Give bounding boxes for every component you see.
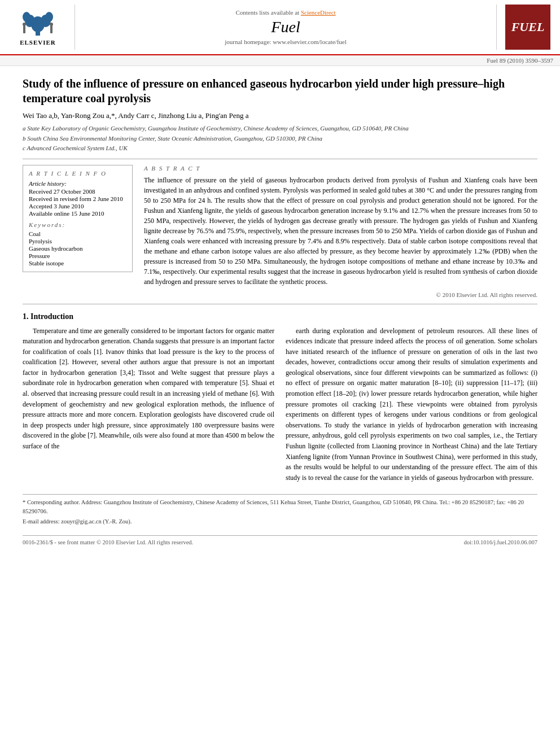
keywords-title: Keywords:	[29, 221, 126, 228]
footnote-1: * Corresponding author. Address: Guangzh…	[23, 498, 537, 516]
abstract-title: A B S T R A C T	[144, 165, 537, 172]
section-1-body: Temperature and time are generally consi…	[23, 326, 537, 487]
svg-rect-6	[23, 25, 25, 33]
abstract-column: A B S T R A C T The influence of pressur…	[144, 165, 537, 298]
svg-point-7	[23, 23, 26, 26]
section-1-heading: 1. Introduction	[23, 312, 537, 321]
keyword-4: Pressure	[29, 252, 126, 259]
divider-1	[23, 159, 537, 159]
affiliation-b: b South China Sea Environmental Monitori…	[23, 134, 537, 143]
available-date: Available online 15 June 2010	[29, 210, 126, 217]
citation-bar: Fuel 89 (2010) 3590–3597	[0, 55, 560, 66]
article-info-box: A R T I C L E I N F O Article history: R…	[23, 165, 133, 272]
accepted-date: Accepted 3 June 2010	[29, 203, 126, 209]
homepage-line: journal homepage: www.elsevier.com/locat…	[225, 38, 347, 45]
sciencedirect-line: Contents lists available at ScienceDirec…	[235, 9, 335, 16]
bottom-right: doi:10.1016/j.fuel.2010.06.007	[464, 539, 537, 545]
copyright-line: © 2010 Elsevier Ltd. All rights reserved…	[144, 291, 537, 298]
journal-name: Fuel	[271, 18, 300, 36]
svg-point-9	[50, 23, 53, 26]
article-info-column: A R T I C L E I N F O Article history: R…	[23, 165, 133, 298]
elsevier-tree-icon	[19, 8, 57, 38]
bottom-left: 0016-2361/$ - see front matter © 2010 El…	[23, 539, 193, 545]
keyword-1: Coal	[29, 230, 126, 237]
affiliation-c: c Advanced Geochemical System Ltd., UK	[23, 143, 537, 153]
content-area: Study of the influence of pressure on en…	[0, 66, 560, 556]
article-title: Study of the influence of pressure on en…	[23, 76, 537, 106]
article-info-title: A R T I C L E I N F O	[29, 170, 126, 177]
received-date: Received 27 October 2008	[29, 188, 126, 195]
section-1-right: earth during exploration and development…	[286, 326, 537, 487]
affiliation-a: a State Key Laboratory of Organic Geoche…	[23, 124, 537, 133]
svg-point-5	[45, 12, 53, 22]
abstract-text: The influence of pressure on the yield o…	[144, 175, 537, 287]
keywords-section: Keywords: Coal Pyrolysis Gaseous hydroca…	[29, 221, 126, 267]
journal-header: ELSEVIER Contents lists available at Sci…	[0, 0, 560, 55]
section-1-left-para-1: Temperature and time are generally consi…	[23, 326, 274, 452]
elsevier-wordmark: ELSEVIER	[20, 39, 56, 46]
history-label: Article history:	[29, 180, 126, 187]
authors-line: Wei Tao a,b, Yan-Rong Zou a,*, Andy Carr…	[23, 111, 537, 120]
fuel-logo-box: FUEL	[502, 5, 553, 50]
divider-2	[23, 304, 537, 304]
sciencedirect-link[interactable]: ScienceDirect	[301, 9, 336, 16]
bottom-bar: 0016-2361/$ - see front matter © 2010 El…	[23, 535, 537, 545]
keyword-3: Gaseous hydrocarbon	[29, 245, 126, 252]
fuel-logo-image: FUEL	[505, 5, 550, 50]
section-1-left: Temperature and time are generally consi…	[23, 326, 274, 487]
revised-date: Received in revised form 2 June 2010	[29, 195, 126, 202]
svg-point-4	[23, 12, 30, 22]
footnote-area: * Corresponding author. Address: Guangzh…	[23, 494, 537, 526]
info-abstract-section: A R T I C L E I N F O Article history: R…	[23, 165, 537, 298]
svg-rect-8	[50, 25, 53, 33]
keyword-2: Pyrolysis	[29, 238, 126, 244]
section-1-right-para-1: earth during exploration and development…	[286, 326, 537, 483]
elsevier-logo: ELSEVIER	[7, 5, 69, 50]
journal-center: Contents lists available at ScienceDirec…	[75, 5, 497, 50]
footnote-2: E-mail address: zouyr@gig.ac.cn (Y.-R. Z…	[23, 517, 537, 526]
affiliations: a State Key Laboratory of Organic Geoche…	[23, 124, 537, 153]
page: ELSEVIER Contents lists available at Sci…	[0, 0, 560, 747]
keyword-5: Stable isotope	[29, 260, 126, 267]
section-1: 1. Introduction Temperature and time are…	[23, 312, 537, 487]
